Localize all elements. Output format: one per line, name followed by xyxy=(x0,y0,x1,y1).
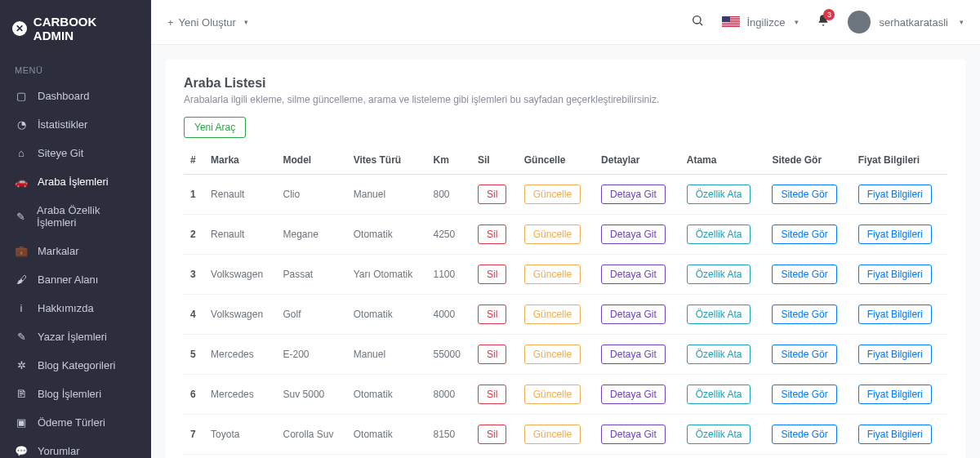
cell-km: 1100 xyxy=(426,255,471,295)
table-header: Vites Türü xyxy=(347,146,427,175)
money-icon: ▣ xyxy=(15,416,28,429)
delete-button[interactable]: Sil xyxy=(478,425,506,444)
detail-button[interactable]: Detaya Git xyxy=(601,265,666,284)
delete-button[interactable]: Sil xyxy=(478,265,506,284)
sidebar-item-cars[interactable]: 🚗Araba İşlemleri xyxy=(0,167,151,196)
assign-button[interactable]: Özellik Ata xyxy=(687,345,751,364)
cell-km: 4250 xyxy=(426,215,471,255)
assign-button[interactable]: Özellik Ata xyxy=(687,185,751,204)
view-button[interactable]: Sitede Gör xyxy=(772,345,836,364)
detail-button[interactable]: Detaya Git xyxy=(601,385,666,404)
view-button[interactable]: Sitede Gör xyxy=(772,305,836,324)
view-button[interactable]: Sitede Gör xyxy=(772,225,836,244)
table-row: 8VolkswagenCivicOtomatik9100SilGüncelleD… xyxy=(184,455,947,459)
detail-button[interactable]: Detaya Git xyxy=(601,225,666,244)
table-row: 2RenaultMeganeOtomatik4250SilGüncelleDet… xyxy=(184,215,947,255)
sidebar-item-brands[interactable]: 💼Markalar xyxy=(0,237,151,265)
cell-model: Civic xyxy=(277,455,347,459)
brand-icon: ✕ xyxy=(12,21,27,36)
sidebar-item-dashboard[interactable]: ▢Dashboard xyxy=(0,82,151,110)
content: Araba Listesi Arabalarla ilgili ekleme, … xyxy=(151,45,980,458)
detail-button[interactable]: Detaya Git xyxy=(601,185,666,204)
sidebar-item-author[interactable]: ✎Yazar İşlemleri xyxy=(0,322,151,351)
table-header: Detaylar xyxy=(595,146,680,175)
menu-label: MENÜ xyxy=(0,57,151,82)
notifications-button[interactable]: 3 xyxy=(817,14,830,31)
table-header: Model xyxy=(277,146,347,175)
sidebar-item-blog[interactable]: 🖹Blog İşlemleri xyxy=(0,380,151,408)
topbar: + Yeni Oluştur ▾ İngilizce ▾ 3 xyxy=(151,0,980,45)
update-button[interactable]: Güncelle xyxy=(524,385,581,404)
delete-button[interactable]: Sil xyxy=(478,225,506,244)
update-button[interactable]: Güncelle xyxy=(524,305,581,324)
cars-table: #MarkaModelVites TürüKmSilGüncelleDetayl… xyxy=(184,146,947,458)
view-button[interactable]: Sitede Gör xyxy=(772,265,836,284)
price-button[interactable]: Fiyat Bilgileri xyxy=(858,225,932,244)
assign-button[interactable]: Özellik Ata xyxy=(687,425,751,444)
info-icon: i xyxy=(15,302,28,314)
assign-button[interactable]: Özellik Ata xyxy=(687,305,751,324)
cell-km: 9100 xyxy=(426,455,471,459)
assign-button[interactable]: Özellik Ata xyxy=(687,265,751,284)
delete-button[interactable]: Sil xyxy=(478,305,506,324)
table-header-row: #MarkaModelVites TürüKmSilGüncelleDetayl… xyxy=(184,146,947,175)
price-button[interactable]: Fiyat Bilgileri xyxy=(858,385,932,404)
chevron-down-icon: ▾ xyxy=(244,18,248,26)
cell-model: E-200 xyxy=(277,335,347,375)
table-header: # xyxy=(184,146,204,175)
update-button[interactable]: Güncelle xyxy=(524,265,581,284)
detail-button[interactable]: Detaya Git xyxy=(601,425,666,444)
cell-id: 8 xyxy=(184,455,204,459)
delete-button[interactable]: Sil xyxy=(478,385,506,404)
pencil-icon: ✎ xyxy=(15,331,28,343)
language-dropdown[interactable]: İngilizce ▾ xyxy=(722,16,799,29)
notification-badge: 3 xyxy=(823,9,835,20)
table-header: Güncelle xyxy=(518,146,595,175)
update-button[interactable]: Güncelle xyxy=(524,345,581,364)
delete-button[interactable]: Sil xyxy=(478,345,506,364)
table-row: 5MercedesE-200Manuel55000SilGüncelleDeta… xyxy=(184,335,947,375)
update-button[interactable]: Güncelle xyxy=(524,425,581,444)
page-title: Araba Listesi xyxy=(184,76,947,91)
comment-icon: 💬 xyxy=(15,445,28,457)
svg-line-1 xyxy=(701,23,703,25)
cell-id: 7 xyxy=(184,415,204,455)
sidebar-item-payment[interactable]: ▣Ödeme Türleri xyxy=(0,408,151,437)
card: Araba Listesi Arabalarla ilgili ekleme, … xyxy=(166,60,965,458)
price-button[interactable]: Fiyat Bilgileri xyxy=(858,345,932,364)
sidebar-item-banner[interactable]: 🖌Banner Alanı xyxy=(0,265,151,294)
price-button[interactable]: Fiyat Bilgileri xyxy=(858,185,932,204)
cell-brand: Renault xyxy=(204,175,276,215)
search-icon[interactable] xyxy=(691,14,704,30)
detail-button[interactable]: Detaya Git xyxy=(601,345,666,364)
table-header: Marka xyxy=(204,146,276,175)
price-button[interactable]: Fiyat Bilgileri xyxy=(858,265,932,284)
gear-icon: ✲ xyxy=(15,359,28,371)
update-button[interactable]: Güncelle xyxy=(524,225,581,244)
sidebar-item-about[interactable]: iHakkımızda xyxy=(0,294,151,322)
price-button[interactable]: Fiyat Bilgileri xyxy=(858,425,932,444)
brush-icon: 🖌 xyxy=(15,273,28,286)
detail-button[interactable]: Detaya Git xyxy=(601,305,666,324)
cell-model: Suv 5000 xyxy=(277,375,347,415)
price-button[interactable]: Fiyat Bilgileri xyxy=(858,305,932,324)
cell-brand: Volkswagen xyxy=(204,455,276,459)
view-button[interactable]: Sitede Gör xyxy=(772,425,836,444)
user-menu[interactable]: serhatkaratasli ▾ xyxy=(848,11,964,33)
sidebar-item-site[interactable]: ⌂Siteye Git xyxy=(0,139,151,167)
cell-transmission: Otomatik xyxy=(347,295,427,335)
new-create-dropdown[interactable]: + Yeni Oluştur ▾ xyxy=(167,16,248,29)
sidebar-item-comments[interactable]: 💬Yorumlar xyxy=(0,437,151,458)
view-button[interactable]: Sitede Gör xyxy=(772,385,836,404)
view-button[interactable]: Sitede Gör xyxy=(772,185,836,204)
delete-button[interactable]: Sil xyxy=(478,185,506,204)
update-button[interactable]: Güncelle xyxy=(524,185,581,204)
new-car-button[interactable]: Yeni Araç xyxy=(184,117,246,138)
cell-transmission: Otomatik xyxy=(347,215,427,255)
sidebar-item-blogcat[interactable]: ✲Blog Kategorileri xyxy=(0,351,151,380)
sidebar-item-stats[interactable]: ◔İstatistikler xyxy=(0,110,151,139)
sidebar-item-carfeatures[interactable]: ✎Araba Özellik İşlemleri xyxy=(0,196,151,237)
assign-button[interactable]: Özellik Ata xyxy=(687,225,751,244)
cell-transmission: Otomatik xyxy=(347,415,427,455)
assign-button[interactable]: Özellik Ata xyxy=(687,385,751,404)
